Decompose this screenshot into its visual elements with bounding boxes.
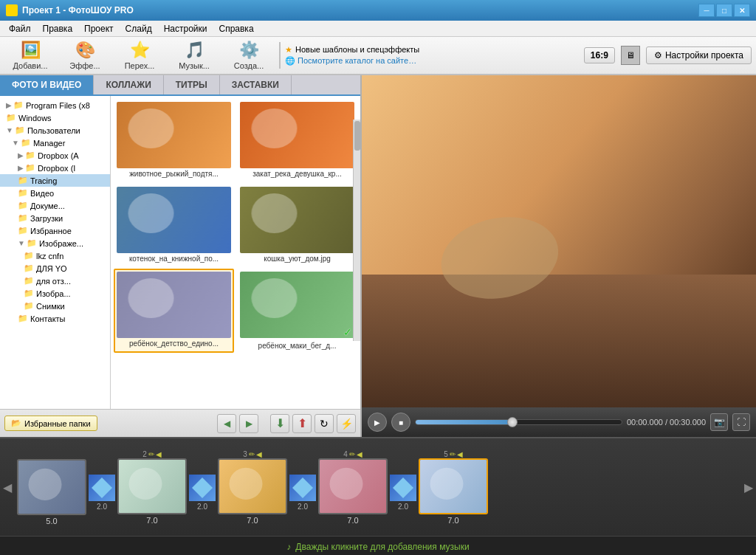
tree-item-users[interactable]: ▼ 📁 Пользователи xyxy=(0,124,110,137)
maximize-button[interactable]: □ xyxy=(716,4,732,17)
tree-item-manager[interactable]: ▼ 📁 Manager xyxy=(0,137,110,149)
thumb-item-5[interactable]: ребёнок_детство_едино... xyxy=(114,269,234,353)
edit-icon-5[interactable]: ✏ xyxy=(450,450,456,458)
thumb-item-3[interactable]: котенок_на_книжной_по... xyxy=(114,184,234,266)
tree-item-izobra[interactable]: 📁 Изобра... xyxy=(0,287,110,300)
slide-item-5[interactable]: 5 ✏ ◀ 7.0 xyxy=(419,450,488,525)
tree-item-lkz[interactable]: 📁 lkz cnfn xyxy=(0,249,110,262)
slide-item-1[interactable]: 5.0 xyxy=(17,449,86,525)
favorites-button[interactable]: 📂 Избранные папки xyxy=(4,416,97,431)
trans-thumb-1[interactable] xyxy=(89,475,115,501)
thumb-item-4[interactable]: кошка_уют_дом.jpg xyxy=(237,184,357,266)
minimize-button[interactable]: ─ xyxy=(698,4,715,17)
menu-help[interactable]: Справка xyxy=(213,22,259,35)
tree-item-downloads[interactable]: 📁 Загрузки xyxy=(0,212,110,224)
app-icon xyxy=(6,4,18,16)
anim-icon-4[interactable]: ◀ xyxy=(357,450,362,458)
timeline-arrow-right[interactable]: ▶ xyxy=(744,480,753,494)
trans-thumb-4[interactable] xyxy=(390,475,416,501)
tab-titles[interactable]: ТИТРЫ xyxy=(164,75,220,94)
transition-4[interactable]: 2.0 xyxy=(390,464,416,511)
vertical-scrollbar[interactable] xyxy=(353,120,360,341)
play-button[interactable]: ▶ xyxy=(368,413,387,432)
aspect-ratio-button[interactable]: 16:9 xyxy=(584,47,615,63)
tree-item-windows[interactable]: 📁 Windows xyxy=(0,111,110,124)
anim-icon-5[interactable]: ◀ xyxy=(457,450,463,458)
trans-thumb-3[interactable] xyxy=(289,475,316,501)
tree-item-tracing[interactable]: 📁 Tracing xyxy=(0,174,110,187)
slide-item-3[interactable]: 3 ✏ ◀ 7.0 xyxy=(218,450,287,525)
download-button[interactable]: ⬇ xyxy=(270,414,289,433)
timeline-arrow-left[interactable]: ◀ xyxy=(3,480,12,494)
tree-item-video[interactable]: 📁 Видео xyxy=(0,187,110,199)
upload-button[interactable]: ⬆ xyxy=(292,414,312,433)
thumb-label-2: закат_река_девушка_кр... xyxy=(240,170,354,178)
nav-forward-button[interactable]: ▶ xyxy=(239,414,258,433)
thumb-canvas-4 xyxy=(240,187,354,253)
trans-duration-2: 2.0 xyxy=(197,503,207,511)
promo-line2[interactable]: 🌐 Посмотрите каталог на сайте… xyxy=(285,56,419,66)
anim-icon-3[interactable]: ◀ xyxy=(256,450,262,458)
slide-thumb-5[interactable] xyxy=(419,458,488,514)
menu-slide[interactable]: Слайд xyxy=(120,22,158,35)
thumb-label-5: ребёнок_детство_едино... xyxy=(117,339,231,348)
music-add-label: Дважды кликните для добавления музыки xyxy=(295,542,469,552)
thumb-item-1[interactable]: животное_рыжий_подтя... xyxy=(114,99,234,181)
tree-item-dlya-otz[interactable]: 📁 для отз... xyxy=(0,275,110,287)
tree-item-images[interactable]: ▼ 📁 Изображе... xyxy=(0,237,110,249)
tree-item-docs[interactable]: 📁 Докуме... xyxy=(0,199,110,212)
tree-item-favorites[interactable]: 📁 Избранное xyxy=(0,224,110,237)
tab-collages[interactable]: КОЛЛАЖИ xyxy=(94,75,163,94)
tree-item-dropbox1[interactable]: ▶ 📁 Dropbox (A xyxy=(0,149,110,162)
tree-item-contacts[interactable]: 📁 Контакты xyxy=(0,312,110,325)
music-icon: 🎵 xyxy=(185,41,205,60)
thumb-label-6: ребёнок_маки_бег_д... xyxy=(240,342,354,350)
edit-icon-2[interactable]: ✏ xyxy=(148,450,154,458)
transition-2[interactable]: 2.0 xyxy=(189,464,216,511)
add-button[interactable]: 🖼️ Добави... xyxy=(4,39,56,72)
action2-button[interactable]: ⚡ xyxy=(337,414,356,433)
slide-thumb-2[interactable] xyxy=(117,458,187,514)
tree-item-dropbox2[interactable]: ▶ 📁 Dropbox (I xyxy=(0,162,110,174)
tab-photo-video[interactable]: ФОТО И ВИДЕО xyxy=(0,75,94,94)
transition-3[interactable]: 2.0 xyxy=(289,464,316,511)
tree-item-dlya-yo[interactable]: 📁 ДЛЯ YO xyxy=(0,262,110,275)
menu-file[interactable]: Файл xyxy=(3,22,37,35)
transition-1[interactable]: 2.0 xyxy=(89,464,115,511)
slide-item-2[interactable]: 2 ✏ ◀ 7.0 xyxy=(117,450,187,525)
edit-icon-4[interactable]: ✏ xyxy=(349,450,355,458)
menu-settings[interactable]: Настройки xyxy=(158,22,213,35)
progress-bar[interactable] xyxy=(415,419,622,425)
rotate-button[interactable]: ↻ xyxy=(315,414,334,433)
anim-icon-2[interactable]: ◀ xyxy=(156,450,162,458)
slide-thumb-1[interactable] xyxy=(17,459,86,515)
edit-icon-3[interactable]: ✏ xyxy=(249,450,255,458)
music-button[interactable]: 🎵 Музык... xyxy=(168,39,220,72)
slide-duration-5: 7.0 xyxy=(447,516,458,525)
progress-handle[interactable] xyxy=(507,417,518,427)
music-bar[interactable]: ♪ Дважды кликните для добавления музыки xyxy=(0,536,756,555)
thumb-item-2[interactable]: закат_река_девушка_кр... xyxy=(237,99,357,181)
tab-screensavers[interactable]: ЗАСТАВКИ xyxy=(220,75,292,94)
tree-item-snimki[interactable]: 📁 Снимки xyxy=(0,300,110,312)
create-button[interactable]: ⚙️ Созда... xyxy=(223,39,275,72)
trans-thumb-2[interactable] xyxy=(189,475,216,501)
close-button[interactable]: ✕ xyxy=(734,4,750,17)
effects-button[interactable]: 🎨 Эффе... xyxy=(59,39,111,72)
slide-thumb-4[interactable] xyxy=(318,458,388,514)
camera-button[interactable]: 📷 xyxy=(710,413,728,431)
menu-edit[interactable]: Правка xyxy=(37,22,79,35)
nav-back-button[interactable]: ◀ xyxy=(217,414,236,433)
slide-canvas-2 xyxy=(119,460,185,513)
fullscreen-button[interactable]: ⛶ xyxy=(732,413,750,431)
stop-button[interactable]: ■ xyxy=(391,413,410,432)
scrollbar-thumb[interactable] xyxy=(354,121,360,151)
thumb-item-6[interactable]: ✓ ребёнок_маки_бег_д... xyxy=(237,269,357,353)
menu-project[interactable]: Проект xyxy=(78,22,120,35)
transitions-button[interactable]: ⭐ Перех... xyxy=(114,39,165,72)
project-settings-button[interactable]: ⚙ Настройки проекта xyxy=(646,46,752,64)
slide-thumb-3[interactable] xyxy=(218,458,287,514)
screen-mode-button[interactable]: 🖥 xyxy=(621,46,640,65)
slide-item-4[interactable]: 4 ✏ ◀ 7.0 xyxy=(318,450,388,525)
tree-item-programfiles[interactable]: ▶ 📁 Program Files (x8 xyxy=(0,99,110,111)
